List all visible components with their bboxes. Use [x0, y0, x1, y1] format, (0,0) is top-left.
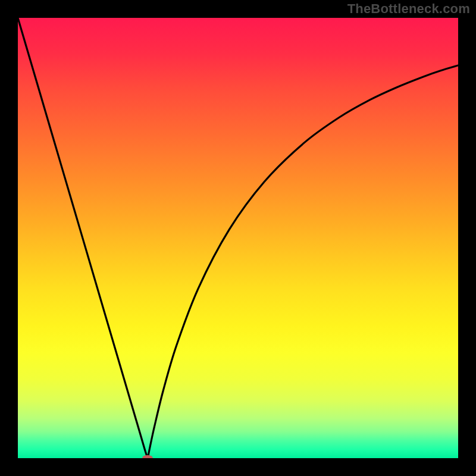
plot-area — [18, 18, 458, 458]
curve-right-path — [148, 65, 458, 458]
curve-left-path — [18, 18, 148, 458]
watermark-text: TheBottleneck.com — [347, 1, 470, 17]
bottleneck-curve — [18, 18, 458, 458]
chart-frame: TheBottleneck.com — [0, 0, 476, 476]
